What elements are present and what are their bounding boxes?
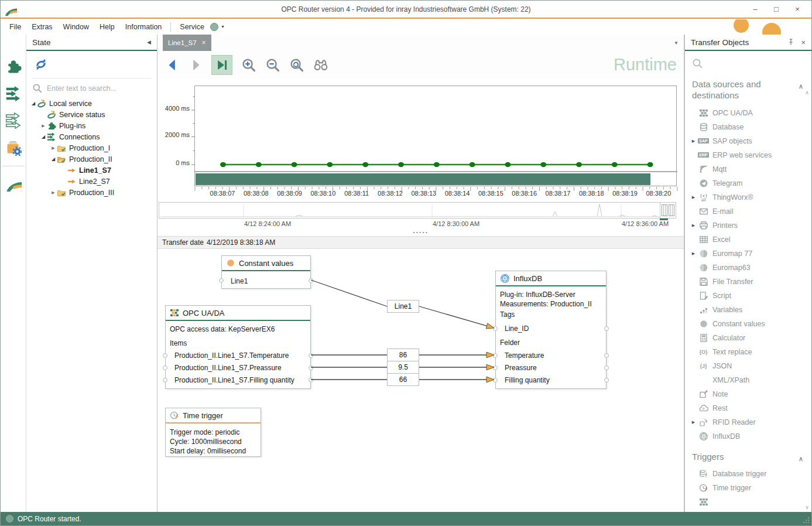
- transfer-object-text-replace[interactable]: {O}Text replace: [690, 345, 811, 359]
- group-title: Data sources and destinations: [692, 79, 761, 100]
- tab-close-icon[interactable]: ×: [202, 39, 206, 47]
- expander-closed-icon[interactable]: ▶: [690, 223, 697, 228]
- transfer-object-note[interactable]: Note: [690, 387, 811, 401]
- expander-closed-icon[interactable]: ▶: [690, 139, 697, 144]
- transfer-object-influxdb[interactable]: InfluxDB: [690, 429, 811, 443]
- transfer-objects-list: Data sources and destinations∧OPC UA/DAD…: [685, 70, 811, 512]
- transfer-object-opc-ua-da[interactable]: OPC UA/DA: [690, 106, 811, 120]
- transfer-object-euromap-77[interactable]: ▶Euromap 77: [690, 247, 811, 261]
- zoom-in-button[interactable]: [241, 57, 256, 73]
- transfer-object-rfid-reader[interactable]: ▶RFID Reader: [690, 415, 811, 429]
- tab-line1-s7[interactable]: Line1_S7 ×: [163, 35, 211, 51]
- forward-button[interactable]: [189, 58, 203, 72]
- transfer-object-excel[interactable]: Excel: [690, 233, 811, 247]
- opc-router-logo[interactable]: [3, 172, 24, 194]
- tree-item-service-status[interactable]: Service status: [26, 109, 157, 120]
- expander-closed-icon[interactable]: ▶: [50, 146, 57, 151]
- transfer-object-printers[interactable]: ▶Printers: [690, 218, 811, 233]
- expander-closed-icon[interactable]: ▶: [40, 124, 47, 128]
- transfer-object-script[interactable]: Script: [690, 289, 811, 303]
- collapse-chevron-icon[interactable]: ∧: [799, 83, 803, 91]
- zoom-out-button[interactable]: [265, 57, 280, 73]
- transfer-object-database[interactable]: Database: [690, 120, 811, 134]
- scroll-down-icon[interactable]: ∨: [805, 504, 809, 510]
- tab-list-caret-icon[interactable]: ▼: [674, 40, 679, 46]
- collapse-chevron-icon[interactable]: ∧: [799, 455, 803, 463]
- tree-item-connections[interactable]: ◢Connections: [26, 131, 157, 142]
- tree-item-production-i[interactable]: ▶Production_I: [26, 142, 157, 153]
- expander-open-icon[interactable]: ◢: [30, 101, 37, 106]
- tree-item-plug-ins[interactable]: ▶Plug-ins: [26, 120, 157, 131]
- transfer-object-mqtt[interactable]: Mqtt: [690, 162, 811, 176]
- transfer-object-telegram[interactable]: Telegram: [690, 176, 811, 190]
- skip-to-latest-button[interactable]: [211, 55, 232, 75]
- service-status-icon[interactable]: [210, 23, 218, 31]
- menu-help[interactable]: Help: [94, 21, 120, 33]
- transfer-object-euromap63[interactable]: Euromap63: [690, 261, 811, 275]
- transfer-object-xml-xpath[interactable]: XML/XPath: [690, 373, 811, 387]
- expander-open-icon[interactable]: ◢: [40, 134, 47, 139]
- transfer-object-constant-values[interactable]: Constant values: [690, 317, 811, 331]
- expander-closed-icon[interactable]: ▶: [690, 420, 697, 425]
- menu-file[interactable]: File: [4, 21, 26, 33]
- search-icon[interactable]: [692, 58, 804, 69]
- plugins-icon[interactable]: [3, 56, 24, 78]
- constant-values-node[interactable]: Constant values Line1: [221, 255, 311, 289]
- transfer-object-time-trigger[interactable]: Time trigger: [690, 481, 811, 495]
- time-trigger-node[interactable]: Time trigger Trigger mode: periodic Cycl…: [165, 408, 261, 457]
- transfer-object-e-mail[interactable]: E-mail: [690, 204, 811, 218]
- expander-closed-icon[interactable]: ▶: [690, 195, 697, 200]
- scroll-up-icon[interactable]: ∧: [805, 90, 809, 95]
- tree-item-production-iii[interactable]: ▶Production_III: [26, 187, 157, 198]
- transfer-object-thingworx-[interactable]: ▶ThingWorx®: [690, 190, 811, 204]
- transfer-object-erp-web-services[interactable]: ERPERP web services: [690, 148, 811, 162]
- opc-ua-da-node[interactable]: OPC UA/DA OPC access data: KepServerEX6 …: [165, 305, 311, 389]
- transfer-object-database-trigger[interactable]: Database trigger: [690, 467, 811, 481]
- tree-item-production-ii[interactable]: ◢Production_II: [26, 153, 157, 165]
- tree-item-line1-s7[interactable]: Line1_S7: [26, 165, 157, 176]
- service-dropdown-caret-icon[interactable]: ▼: [221, 25, 225, 29]
- zoom-reset-button[interactable]: [289, 57, 304, 73]
- expander-closed-icon[interactable]: ▶: [50, 190, 57, 195]
- scrollbar[interactable]: ∧ ∨: [803, 90, 811, 510]
- x-axis-label: 08:38:13: [406, 190, 442, 197]
- menu-window[interactable]: Window: [58, 21, 94, 33]
- transfer-object-calculator[interactable]: Calculator: [690, 331, 811, 345]
- resize-grip[interactable]: [808, 522, 809, 523]
- runtime-chart: 4000 ms2000 ms0 ms08:38:0708:38:0808:38:…: [157, 78, 684, 199]
- transfer-object-file-transfer[interactable]: File Transfer: [690, 275, 811, 289]
- tree-item-line2-s7[interactable]: Line2_S7: [26, 176, 157, 187]
- group-header-triggers[interactable]: Triggers∧: [692, 452, 790, 463]
- close-button[interactable]: ×: [787, 2, 808, 16]
- close-panel-icon[interactable]: ×: [801, 38, 806, 47]
- expander-closed-icon[interactable]: ▶: [690, 251, 697, 256]
- transfer-object-sap-objects[interactable]: ▶SAPSAP objects: [690, 134, 811, 148]
- range-slider-handle[interactable]: [660, 202, 676, 218]
- transfer-object-variables[interactable]: Variables: [690, 303, 811, 317]
- transfer-object-rest[interactable]: RRest: [690, 401, 811, 415]
- search-input[interactable]: [46, 84, 139, 93]
- collapse-panel-icon[interactable]: ◀: [147, 39, 151, 45]
- group-header-data-sources-and-destinations[interactable]: Data sources and destinations∧: [692, 79, 790, 101]
- app-window: OPC Router version 4 - Provided for inra…: [0, 0, 812, 526]
- menu-information[interactable]: Information: [120, 21, 167, 33]
- transfer-object-json[interactable]: {J}JSON: [690, 359, 811, 373]
- menu-service[interactable]: Service: [174, 21, 205, 33]
- connections-icon[interactable]: [3, 83, 24, 105]
- transfer-object-clipped[interactable]: [690, 495, 811, 509]
- service-settings-icon[interactable]: [3, 136, 24, 159]
- minimize-button[interactable]: –: [745, 2, 766, 16]
- range-overview-strip[interactable]: [159, 202, 676, 218]
- splitter[interactable]: [157, 230, 684, 236]
- pin-icon[interactable]: [787, 38, 795, 46]
- expander-open-icon[interactable]: ◢: [50, 156, 57, 162]
- find-button[interactable]: [313, 57, 328, 73]
- tree-item-local-service[interactable]: ◢Local service: [26, 98, 157, 109]
- transfer-date-bar: Transfer date 4/12/2019 8:38:18 AM: [157, 236, 684, 249]
- back-button[interactable]: [166, 58, 180, 72]
- refresh-icon[interactable]: [33, 57, 150, 72]
- influxdb-node[interactable]: InfluxDB Plug-in: InfluxDB-Server Measur…: [495, 271, 607, 389]
- maximize-button[interactable]: □: [766, 2, 787, 16]
- menu-extras[interactable]: Extras: [26, 21, 57, 33]
- templates-icon[interactable]: [3, 110, 24, 132]
